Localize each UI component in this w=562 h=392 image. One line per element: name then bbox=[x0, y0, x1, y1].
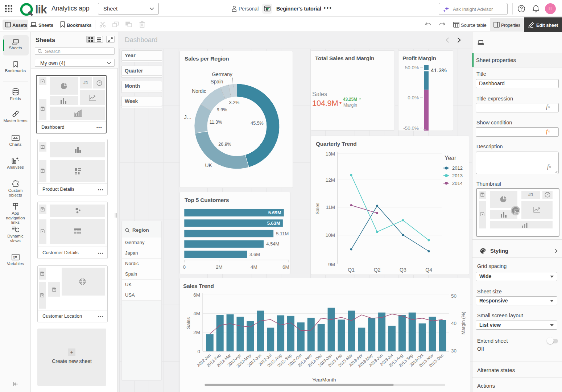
svg-text:2012: 2012 bbox=[452, 165, 463, 171]
svg-text:2M: 2M bbox=[193, 330, 200, 335]
svg-text:50: 50 bbox=[451, 293, 456, 299]
svg-text:12M: 12M bbox=[326, 177, 335, 183]
svg-text:Sales: Sales bbox=[186, 317, 191, 329]
svg-text:3.2%: 3.2% bbox=[229, 100, 240, 105]
svg-text:J…: J… bbox=[184, 114, 192, 120]
svg-text:4M: 4M bbox=[193, 311, 200, 316]
svg-text:41.3%: 41.3% bbox=[431, 67, 447, 73]
svg-text:2014: 2014 bbox=[452, 181, 463, 186]
svg-text:5.63M: 5.63M bbox=[267, 220, 280, 226]
svg-text:4M: 4M bbox=[251, 264, 257, 270]
svg-text:Nordic: Nordic bbox=[192, 88, 206, 94]
svg-text:0: 0 bbox=[197, 349, 200, 354]
svg-text:13M: 13M bbox=[326, 151, 335, 157]
svg-text:9.9%: 9.9% bbox=[217, 107, 227, 112]
svg-text:-50.0%: -50.0% bbox=[403, 125, 419, 131]
svg-text:x=: x= bbox=[13, 255, 17, 259]
svg-text:Q4: Q4 bbox=[425, 267, 432, 273]
svg-text:26.9%: 26.9% bbox=[218, 142, 231, 147]
svg-text:0: 0 bbox=[183, 264, 186, 270]
svg-text:UK: UK bbox=[205, 162, 212, 168]
svg-text:11M: 11M bbox=[326, 205, 335, 210]
svg-text:5.11M: 5.11M bbox=[276, 231, 289, 236]
svg-text:2013: 2013 bbox=[452, 173, 463, 178]
svg-text:Margin (%): Margin (%) bbox=[460, 311, 466, 335]
svg-text:9M: 9M bbox=[328, 262, 335, 267]
svg-text:2M: 2M bbox=[216, 264, 223, 270]
svg-text:3.6M: 3.6M bbox=[249, 252, 260, 257]
svg-text:10M: 10M bbox=[326, 232, 335, 238]
svg-text:lik: lik bbox=[35, 3, 47, 16]
svg-text:11.3%: 11.3% bbox=[210, 120, 222, 125]
svg-text:4.54M: 4.54M bbox=[266, 241, 279, 247]
svg-text:5.69M: 5.69M bbox=[268, 210, 281, 215]
svg-text:Germany: Germany bbox=[212, 71, 232, 77]
svg-text:40: 40 bbox=[451, 321, 456, 326]
svg-text:50.0%: 50.0% bbox=[405, 65, 419, 70]
svg-text:45.5%: 45.5% bbox=[251, 121, 263, 126]
svg-text:30: 30 bbox=[451, 348, 456, 354]
svg-text:Year: Year bbox=[445, 155, 456, 161]
svg-text:Spain: Spain bbox=[211, 79, 223, 84]
svg-text:0.0%: 0.0% bbox=[408, 95, 419, 100]
svg-text:6M: 6M bbox=[193, 292, 200, 298]
svg-text:6M: 6M bbox=[282, 264, 289, 270]
svg-text:Q1: Q1 bbox=[348, 267, 355, 273]
svg-text:Sales: Sales bbox=[315, 202, 320, 214]
svg-text:Q2: Q2 bbox=[374, 267, 381, 273]
svg-text:Q3: Q3 bbox=[400, 267, 406, 273]
svg-text:YearMonth: YearMonth bbox=[313, 377, 336, 383]
